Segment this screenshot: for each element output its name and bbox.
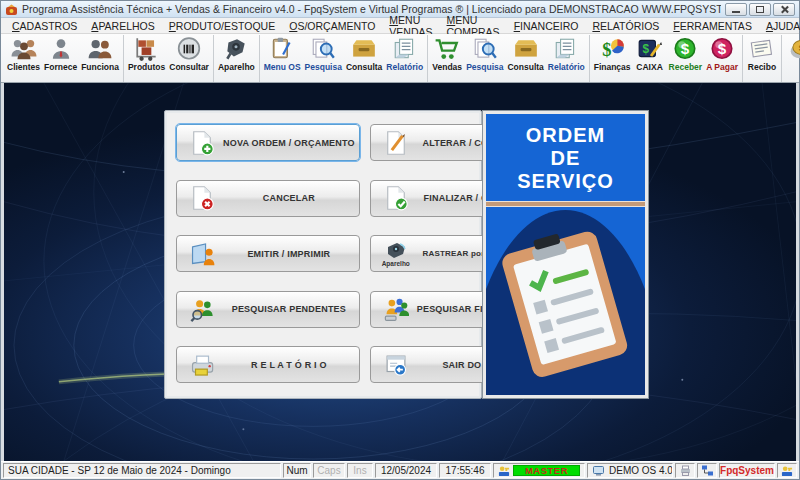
- restore-icon: [756, 6, 764, 13]
- button-label: CANCELAR: [223, 193, 355, 203]
- cancel-icon: [189, 185, 215, 211]
- brand-text: FpqSystem: [720, 465, 774, 476]
- printer-small-icon: [679, 464, 692, 477]
- master-badge: MASTER: [513, 465, 580, 476]
- toolbar-caixa[interactable]: $ CAIXA: [633, 35, 667, 82]
- employees-icon: [85, 36, 115, 62]
- drawer-icon: [349, 36, 379, 62]
- minimize-button[interactable]: [725, 3, 747, 16]
- toolbar-label: Produtos: [128, 62, 165, 73]
- dollar-red-icon: $: [707, 36, 737, 62]
- toolbar-vendas[interactable]: Vendas: [430, 35, 464, 82]
- window-title: Programa Assistência Técnica + Vendas & …: [22, 3, 721, 15]
- poster-line-1: ORDEM: [486, 124, 645, 147]
- close-icon: [780, 5, 789, 14]
- status-caps: Caps: [313, 463, 345, 478]
- app-window: Programa Assistência Técnica + Vendas & …: [0, 0, 800, 480]
- svg-text:$: $: [681, 40, 690, 57]
- toolbar-consulta-vendas[interactable]: Consulta: [505, 35, 545, 82]
- toolbar-recibo[interactable]: Recibo: [745, 35, 779, 82]
- relatorio-button[interactable]: R E L A T Ó R I O: [176, 346, 360, 383]
- num-lock-label: Num: [286, 465, 307, 476]
- toolbar-label: Recibo: [748, 62, 776, 73]
- status-num: Num: [283, 463, 311, 478]
- user-key-icon: [498, 465, 510, 477]
- toolbar-aparelho[interactable]: Aparelho: [216, 35, 257, 82]
- drawer-icon: [511, 36, 541, 62]
- button-label: NOVA ORDEM / ORÇAMENTO: [223, 138, 355, 148]
- menu-relatorios[interactable]: RELATÓRIOS: [585, 20, 666, 32]
- button-label: R E L A T Ó R I O: [223, 360, 355, 370]
- toolbar-label: Receber: [669, 62, 703, 73]
- os-clipboard-icon: [267, 36, 297, 62]
- menu-cadastros[interactable]: CADASTROS: [5, 20, 84, 32]
- toolbar-pesquisa-vendas[interactable]: Pesquisa: [464, 35, 505, 82]
- toolbar-group-coin: $: [782, 35, 800, 82]
- emitir-imprimir-button[interactable]: EMITIR / IMPRIMIR: [176, 235, 360, 272]
- menu-ajuda[interactable]: AJUDA: [759, 20, 800, 32]
- menu-produto-estoque[interactable]: PRODUTO/ESTOQUE: [162, 20, 282, 32]
- main-area: NOVA ORDEM / ORÇAMENTO ALTERAR / CONSULT…: [1, 83, 799, 461]
- search-docs-icon: [308, 36, 338, 62]
- menu-aparelhos[interactable]: APARELHOS: [84, 20, 161, 32]
- toolbar-receber[interactable]: $ Receber: [667, 35, 705, 82]
- printer-icon: [189, 352, 215, 378]
- toolbar-relatorio-os[interactable]: Relatório: [384, 35, 425, 82]
- restore-button[interactable]: [749, 3, 771, 16]
- minimize-icon: [732, 11, 740, 13]
- toolbar-group-os: Menu OS Pesquisa Consulta Relatório: [260, 35, 428, 82]
- status-brand: FpqSystem: [719, 463, 775, 478]
- status-date: 12/05/2024: [375, 463, 437, 478]
- supplier-icon: [46, 36, 76, 62]
- people-finished-icon: [383, 296, 409, 322]
- nova-ordem-button[interactable]: NOVA ORDEM / ORÇAMENTO: [176, 124, 360, 161]
- toolbar-financas[interactable]: $ Finanças: [592, 35, 633, 82]
- menu-os-orcamento[interactable]: OS/ORÇAMENTO: [282, 20, 382, 32]
- toolbar-produtos[interactable]: Produtos: [126, 35, 167, 82]
- toolbar-coin[interactable]: $: [784, 35, 800, 82]
- status-printer[interactable]: [675, 463, 695, 478]
- finance-icon: $: [597, 36, 627, 62]
- finish-icon: [383, 185, 409, 211]
- app-version-text: DEMO OS 4.0: [609, 465, 673, 476]
- toolbar-consulta-os[interactable]: Consulta: [344, 35, 384, 82]
- status-user: MASTER: [493, 463, 585, 478]
- track-device-icon: [384, 240, 408, 260]
- toolbar-group-financeiro: $ Finanças $ CAIXA $ Receber $ A Pagar: [590, 35, 743, 82]
- products-icon: [132, 36, 162, 62]
- cancelar-button[interactable]: CANCELAR: [176, 180, 360, 217]
- coin-icon: $: [786, 36, 800, 62]
- toolbar-group-aparelho: Aparelho: [214, 35, 260, 82]
- dollar-green-icon: $: [670, 36, 700, 62]
- toolbar-label: CAIXA: [636, 62, 662, 73]
- status-time: 17:55:46: [439, 463, 491, 478]
- toolbar-pesquisa-os[interactable]: Pesquisa: [303, 35, 344, 82]
- print-preview-icon: [189, 241, 215, 267]
- menu-financeiro[interactable]: FINANCEIRO: [507, 20, 586, 32]
- toolbar-consultar-produto[interactable]: Consultar: [167, 35, 211, 82]
- toolbar-menu-os[interactable]: Menu OS: [262, 35, 303, 82]
- menu-ferramentas[interactable]: FERRAMENTAS: [666, 20, 759, 32]
- session-user-icon: [781, 465, 793, 477]
- network-icon: [701, 464, 714, 477]
- pesquisar-pendentes-button[interactable]: PESQUISAR PENDENTES: [176, 291, 360, 328]
- toolbar-group-cadastros: Clientes Fornece Funciona: [3, 35, 124, 82]
- app-icon: [5, 3, 18, 16]
- svg-text:$: $: [718, 40, 727, 57]
- time-text: 17:55:46: [446, 465, 485, 476]
- toolbar-fornecedor[interactable]: Fornece: [42, 35, 79, 82]
- close-button[interactable]: [773, 3, 795, 16]
- status-network[interactable]: [697, 463, 717, 478]
- status-app: DEMO OS 4.0: [587, 463, 673, 478]
- cart-icon: [432, 36, 462, 62]
- toolbar-clientes[interactable]: Clientes: [5, 35, 42, 82]
- ordem-servico-poster: ORDEM DE SERVIÇO: [482, 110, 649, 399]
- date-text: 12/05/2024: [381, 465, 431, 476]
- toolbar-a-pagar[interactable]: $ A Pagar: [704, 35, 740, 82]
- exit-menu-icon: [383, 352, 409, 378]
- rastrear-caption: Aparelho: [382, 260, 410, 267]
- barcode-icon: [174, 36, 204, 62]
- button-label: EMITIR / IMPRIMIR: [223, 249, 355, 259]
- toolbar-funcionario[interactable]: Funciona: [79, 35, 121, 82]
- toolbar-relatorio-vendas[interactable]: Relatório: [546, 35, 587, 82]
